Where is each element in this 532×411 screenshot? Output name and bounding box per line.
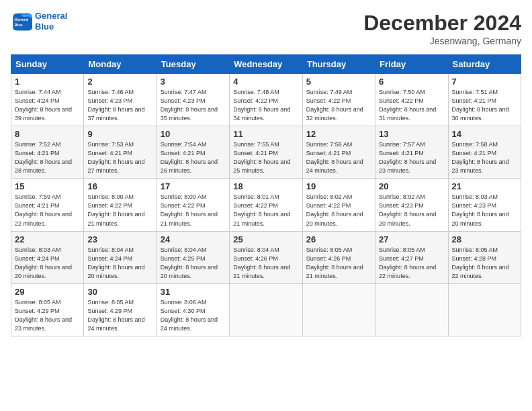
calendar-cell: 15 Sunrise: 7:59 AMSunset: 4:21 PMDaylig… [11,179,84,231]
calendar-week-3: 15 Sunrise: 7:59 AMSunset: 4:21 PMDaylig… [11,179,521,231]
day-number: 26 [306,234,371,244]
calendar-week-2: 8 Sunrise: 7:52 AMSunset: 4:21 PMDayligh… [11,126,521,179]
day-number: 11 [233,129,298,139]
day-info: Sunrise: 8:04 AMSunset: 4:26 PMDaylight:… [233,246,298,281]
calendar-cell: 24 Sunrise: 8:04 AMSunset: 4:25 PMDaylig… [157,231,229,283]
day-number: 16 [87,181,152,191]
calendar-cell: 3 Sunrise: 7:47 AMSunset: 4:23 PMDayligh… [157,74,229,126]
svg-text:Blue: Blue [15,23,23,27]
day-info: Sunrise: 7:55 AMSunset: 4:21 PMDaylight:… [233,140,298,175]
calendar-cell: 8 Sunrise: 7:52 AMSunset: 4:21 PMDayligh… [11,126,84,179]
day-info: Sunrise: 7:52 AMSunset: 4:21 PMDaylight:… [15,140,80,175]
day-number: 5 [306,77,371,87]
calendar-table: SundayMondayTuesdayWednesdayThursdayFrid… [11,54,521,336]
day-number: 20 [379,181,444,191]
calendar-cell [302,283,375,336]
day-number: 23 [87,234,152,244]
weekday-header-wednesday: Wednesday [230,55,302,74]
calendar-cell: 11 Sunrise: 7:55 AMSunset: 4:21 PMDaylig… [230,126,302,179]
day-number: 3 [161,77,226,87]
day-number: 31 [161,287,226,297]
calendar-cell: 27 Sunrise: 8:05 AMSunset: 4:27 PMDaylig… [375,231,448,283]
calendar-cell: 31 Sunrise: 8:06 AMSunset: 4:30 PMDaylig… [157,283,229,336]
calendar-cell: 16 Sunrise: 8:00 AMSunset: 4:22 PMDaylig… [84,179,157,231]
day-info: Sunrise: 7:53 AMSunset: 4:21 PMDaylight:… [87,140,152,175]
day-number: 10 [161,129,226,139]
day-number: 15 [15,181,80,191]
calendar-cell: 10 Sunrise: 7:54 AMSunset: 4:21 PMDaylig… [157,126,229,179]
day-number: 18 [233,181,298,191]
day-number: 6 [379,77,444,87]
day-info: Sunrise: 8:03 AMSunset: 4:23 PMDaylight:… [452,193,517,228]
day-info: Sunrise: 7:54 AMSunset: 4:21 PMDaylight:… [161,140,226,175]
calendar-cell: 6 Sunrise: 7:50 AMSunset: 4:22 PMDayligh… [375,74,448,126]
day-info: Sunrise: 7:50 AMSunset: 4:22 PMDaylight:… [379,88,444,123]
day-number: 30 [87,287,152,297]
page-header: General Blue GeneralBlue December 2024 J… [11,11,521,46]
day-number: 28 [452,234,517,244]
day-number: 29 [15,287,80,297]
calendar-cell [448,283,521,336]
calendar-week-1: 1 Sunrise: 7:44 AMSunset: 4:24 PMDayligh… [11,74,521,126]
day-number: 4 [233,77,298,87]
day-info: Sunrise: 7:47 AMSunset: 4:23 PMDaylight:… [161,88,226,123]
calendar-cell: 13 Sunrise: 7:57 AMSunset: 4:21 PMDaylig… [375,126,448,179]
day-info: Sunrise: 8:03 AMSunset: 4:24 PMDaylight:… [15,246,80,281]
day-info: Sunrise: 8:06 AMSunset: 4:30 PMDaylight:… [161,298,226,333]
day-number: 7 [452,77,517,87]
day-info: Sunrise: 8:00 AMSunset: 4:22 PMDaylight:… [161,193,226,228]
calendar-cell: 21 Sunrise: 8:03 AMSunset: 4:23 PMDaylig… [448,179,521,231]
day-number: 14 [452,129,517,139]
weekday-header-monday: Monday [84,55,157,74]
day-number: 22 [15,234,80,244]
calendar-cell: 14 Sunrise: 7:58 AMSunset: 4:21 PMDaylig… [448,126,521,179]
calendar-cell: 2 Sunrise: 7:46 AMSunset: 4:23 PMDayligh… [84,74,157,126]
day-info: Sunrise: 8:02 AMSunset: 4:22 PMDaylight:… [306,193,371,228]
day-number: 13 [379,129,444,139]
day-number: 24 [161,234,226,244]
day-info: Sunrise: 8:02 AMSunset: 4:23 PMDaylight:… [379,193,444,228]
day-number: 9 [87,129,152,139]
calendar-cell: 4 Sunrise: 7:48 AMSunset: 4:22 PMDayligh… [230,74,302,126]
calendar-cell: 20 Sunrise: 8:02 AMSunset: 4:23 PMDaylig… [375,179,448,231]
calendar-cell: 22 Sunrise: 8:03 AMSunset: 4:24 PMDaylig… [11,231,84,283]
day-info: Sunrise: 7:48 AMSunset: 4:22 PMDaylight:… [233,88,298,123]
day-info: Sunrise: 8:05 AMSunset: 4:26 PMDaylight:… [306,246,371,281]
day-number: 27 [379,234,444,244]
logo: General Blue GeneralBlue [11,11,67,32]
day-info: Sunrise: 7:44 AMSunset: 4:24 PMDaylight:… [15,88,80,123]
weekday-header-tuesday: Tuesday [157,55,229,74]
day-number: 1 [15,77,80,87]
day-info: Sunrise: 8:05 AMSunset: 4:28 PMDaylight:… [452,246,517,281]
calendar-cell: 26 Sunrise: 8:05 AMSunset: 4:26 PMDaylig… [302,231,375,283]
calendar-week-4: 22 Sunrise: 8:03 AMSunset: 4:24 PMDaylig… [11,231,521,283]
day-info: Sunrise: 7:57 AMSunset: 4:21 PMDaylight:… [379,140,444,175]
title-block: December 2024 Jesenwang, Germany [363,11,521,46]
day-info: Sunrise: 8:05 AMSunset: 4:27 PMDaylight:… [379,246,444,281]
day-info: Sunrise: 7:49 AMSunset: 4:22 PMDaylight:… [306,88,371,123]
calendar-cell: 18 Sunrise: 8:01 AMSunset: 4:22 PMDaylig… [230,179,302,231]
day-info: Sunrise: 8:05 AMSunset: 4:29 PMDaylight:… [15,298,80,333]
day-number: 25 [233,234,298,244]
day-info: Sunrise: 8:01 AMSunset: 4:22 PMDaylight:… [233,193,298,228]
logo-icon: General Blue [11,12,32,31]
day-info: Sunrise: 7:46 AMSunset: 4:23 PMDaylight:… [87,88,152,123]
calendar-cell: 28 Sunrise: 8:05 AMSunset: 4:28 PMDaylig… [448,231,521,283]
calendar-cell [375,283,448,336]
calendar-cell: 17 Sunrise: 8:00 AMSunset: 4:22 PMDaylig… [157,179,229,231]
day-info: Sunrise: 8:04 AMSunset: 4:24 PMDaylight:… [87,246,152,281]
calendar-cell: 30 Sunrise: 8:05 AMSunset: 4:29 PMDaylig… [84,283,157,336]
calendar-cell: 1 Sunrise: 7:44 AMSunset: 4:24 PMDayligh… [11,74,84,126]
calendar-cell: 29 Sunrise: 8:05 AMSunset: 4:29 PMDaylig… [11,283,84,336]
day-info: Sunrise: 8:00 AMSunset: 4:22 PMDaylight:… [87,193,152,228]
weekday-header-friday: Friday [375,55,448,74]
day-number: 19 [306,181,371,191]
day-info: Sunrise: 7:56 AMSunset: 4:21 PMDaylight:… [306,140,371,175]
location-subtitle: Jesenwang, Germany [363,36,521,46]
day-info: Sunrise: 7:51 AMSunset: 4:21 PMDaylight:… [452,88,517,123]
calendar-cell: 12 Sunrise: 7:56 AMSunset: 4:21 PMDaylig… [302,126,375,179]
weekday-header-thursday: Thursday [302,55,375,74]
weekday-header-sunday: Sunday [11,55,84,74]
day-number: 12 [306,129,371,139]
day-number: 2 [87,77,152,87]
